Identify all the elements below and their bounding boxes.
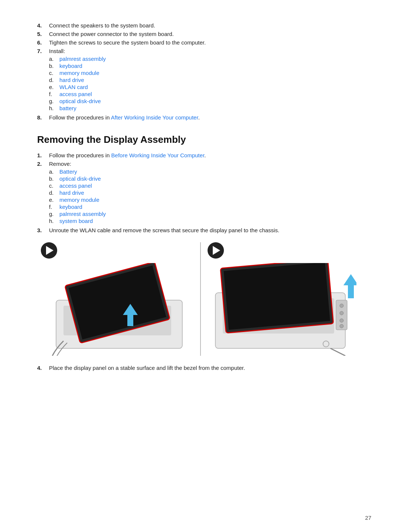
diagram-divider <box>200 242 201 356</box>
install-a-link[interactable]: palmrest assembly <box>59 56 106 62</box>
page-number: 27 <box>365 515 371 521</box>
page-content: 4. Connect the speakers to the system bo… <box>0 0 401 403</box>
remove-c: c. access panel <box>49 183 364 189</box>
svg-rect-9 <box>224 263 330 330</box>
play-row-right <box>204 242 364 262</box>
remove-b: b. optical disk-drive <box>49 175 364 182</box>
s2-step-2-content: Remove: a. Battery b. optical disk-drive… <box>49 161 364 225</box>
play-button-left[interactable] <box>41 242 57 259</box>
install-c-label: c. <box>49 70 59 76</box>
install-b: b. keyboard <box>49 63 364 69</box>
remove-b-label: b. <box>49 175 59 182</box>
svg-point-14 <box>340 311 343 315</box>
section2-numbered-list: 1. Follow the procedures in Before Worki… <box>37 152 364 233</box>
install-a-label: a. <box>49 56 59 62</box>
install-b-label: b. <box>49 63 59 69</box>
svg-marker-10 <box>343 274 356 285</box>
step-8-prefix: Follow the procedures in <box>49 114 111 121</box>
svg-rect-5 <box>127 315 133 326</box>
install-b-link[interactable]: keyboard <box>59 63 82 69</box>
diagram-area <box>37 242 364 356</box>
remove-b-link[interactable]: optical disk-drive <box>59 175 101 182</box>
play-button-right[interactable] <box>208 242 224 259</box>
play-row-left <box>37 242 197 262</box>
remove-h-link[interactable]: system board <box>59 218 93 224</box>
install-h-label: h. <box>49 105 59 111</box>
install-g: g. optical disk-drive <box>49 98 364 104</box>
s2-step-1-prefix: Follow the procedures in <box>49 152 111 158</box>
install-g-link[interactable]: optical disk-drive <box>59 98 101 104</box>
install-h-link[interactable]: battery <box>59 105 76 111</box>
s2-step-3-num: 3. <box>37 227 49 233</box>
step-4: 4. Connect the speakers to the system bo… <box>37 22 364 29</box>
remove-h: h. system board <box>49 218 364 224</box>
s2-step-3-text: Unroute the WLAN cable and remove the sc… <box>49 227 364 233</box>
play-arrow-right <box>213 246 220 255</box>
diagram-right <box>204 242 364 356</box>
step-7-num: 7. <box>37 48 49 54</box>
install-f-label: f. <box>49 91 59 97</box>
remove-e-link[interactable]: memory module <box>59 197 100 203</box>
install-g-label: g. <box>49 98 59 104</box>
laptop-diagram-right <box>212 263 356 356</box>
remove-d-label: d. <box>49 190 59 196</box>
section-heading: Removing the Display Assembly <box>37 134 364 145</box>
after-working-link[interactable]: After Working Inside Your computer <box>111 114 198 121</box>
remove-g: g. palmrest assembly <box>49 211 364 217</box>
s2-step-4-num: 4. <box>37 365 49 371</box>
svg-point-13 <box>340 304 343 308</box>
top-numbered-list: 4. Connect the speakers to the system bo… <box>37 22 364 121</box>
step-8-num: 8. <box>37 114 49 121</box>
step-5-text: Connect the power connector to the syste… <box>49 31 364 37</box>
step-7-text: Install: <box>49 48 65 54</box>
remove-g-label: g. <box>49 211 59 217</box>
install-a: a. palmrest assembly <box>49 56 364 62</box>
remove-f: f. keyboard <box>49 204 364 210</box>
step-7: 7. Install: a. palmrest assembly b. keyb… <box>37 48 364 112</box>
diagram-left <box>37 242 197 356</box>
step-6: 6. Tighten the screws to secure the syst… <box>37 39 364 46</box>
remove-f-label: f. <box>49 204 59 210</box>
remove-a: a. Battery <box>49 168 364 175</box>
remove-a-label: a. <box>49 168 59 175</box>
install-h: h. battery <box>49 105 364 111</box>
install-e-label: e. <box>49 84 59 90</box>
install-f: f. access panel <box>49 91 364 97</box>
install-list: a. palmrest assembly b. keyboard c. memo… <box>49 56 364 111</box>
s2-step-1: 1. Follow the procedures in Before Worki… <box>37 152 364 158</box>
step-8-text: Follow the procedures in After Working I… <box>49 114 364 121</box>
remove-e-label: e. <box>49 197 59 203</box>
post-diagram-list: 4. Place the display panel on a stable s… <box>37 365 364 371</box>
remove-d-link[interactable]: hard drive <box>59 190 84 196</box>
s2-step-2-text: Remove: <box>49 161 71 167</box>
svg-point-16 <box>340 324 343 328</box>
step-4-num: 4. <box>37 22 49 29</box>
install-d-link[interactable]: hard drive <box>59 77 84 83</box>
install-d-label: d. <box>49 77 59 83</box>
step-4-text: Connect the speakers to the system board… <box>49 22 364 29</box>
remove-e: e. memory module <box>49 197 364 203</box>
remove-c-label: c. <box>49 183 59 189</box>
s2-step-2: 2. Remove: a. Battery b. optical disk-dr… <box>37 161 364 225</box>
laptop-diagram-left <box>45 263 190 356</box>
step-7-content: Install: a. palmrest assembly b. keyboar… <box>49 48 364 112</box>
s2-step-1-num: 1. <box>37 152 49 158</box>
install-f-link[interactable]: access panel <box>59 91 92 97</box>
step-6-num: 6. <box>37 39 49 46</box>
install-e: e. WLAN card <box>49 84 364 90</box>
remove-g-link[interactable]: palmrest assembly <box>59 211 106 217</box>
step-8-suffix: . <box>198 114 200 121</box>
remove-h-label: h. <box>49 218 59 224</box>
step-6-text: Tighten the screws to secure the system … <box>49 39 364 46</box>
install-e-link[interactable]: WLAN card <box>59 84 88 90</box>
step-8: 8. Follow the procedures in After Workin… <box>37 114 364 121</box>
install-c-link[interactable]: memory module <box>59 70 100 76</box>
remove-a-link[interactable]: Battery <box>59 168 77 175</box>
remove-d: d. hard drive <box>49 190 364 196</box>
s2-step-3: 3. Unroute the WLAN cable and remove the… <box>37 227 364 233</box>
svg-point-15 <box>340 319 343 322</box>
before-working-link[interactable]: Before Working Inside Your Computer <box>111 152 205 158</box>
play-arrow-left <box>46 246 53 255</box>
remove-f-link[interactable]: keyboard <box>59 204 82 210</box>
remove-c-link[interactable]: access panel <box>59 183 92 189</box>
